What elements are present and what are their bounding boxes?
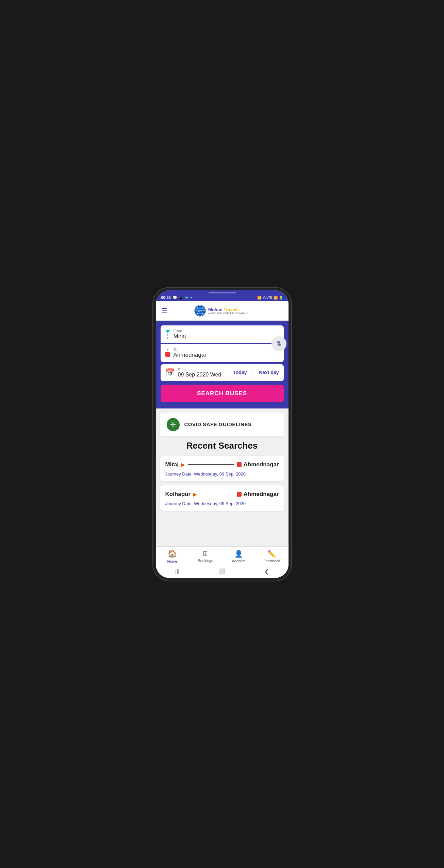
- recent-search-card-2[interactable]: Kolhapur ▶ Ahmednagar Journey Date: Wedn…: [160, 485, 284, 511]
- home-btn[interactable]: ⬜: [218, 568, 225, 575]
- logo-subtitle: AN ISO 9001 CERTIFIED COMPANY: [208, 312, 248, 315]
- recent-searches-title: Recent Searches: [156, 440, 289, 451]
- from-label: From: [174, 329, 186, 333]
- to-field[interactable]: To Ahmednagar: [161, 344, 284, 362]
- to-value: Ahmednagar: [174, 352, 207, 358]
- whatsapp-icon: 📱: [179, 296, 183, 300]
- route-line-2: [200, 494, 234, 495]
- nav-home[interactable]: 🏠 Home: [156, 549, 189, 563]
- feedback-icon: ✏️: [267, 550, 276, 558]
- dot-icon-2: [167, 337, 168, 339]
- twitter-icon: 🐦: [185, 296, 189, 300]
- shield-icon: ✛: [167, 418, 180, 431]
- route-from-1: Miraj: [165, 461, 179, 468]
- date-card[interactable]: 📅 Date 09 Sep 2020 Wed Today | Next day: [161, 364, 284, 381]
- dest-red-square-1: [237, 462, 242, 467]
- msg-icon: 💬: [172, 295, 177, 300]
- to-label: To: [174, 348, 207, 352]
- search-buses-button[interactable]: SEARCH BUSES: [161, 385, 284, 402]
- journey-date-2: Journey Date: Wednesday, 09 Sep, 2020: [165, 501, 279, 506]
- battery-icon: 🔋: [279, 296, 283, 300]
- time-display: 00:25: [161, 295, 171, 300]
- home-icon: 🏠: [168, 549, 177, 558]
- to-dot-1: [167, 349, 168, 351]
- notch: [156, 290, 289, 293]
- search-section: From Miraj To Ahmednagar: [156, 321, 289, 408]
- main-content: ✛ COVID SAFE GUIDELINES Recent Searches …: [156, 408, 289, 546]
- from-to-card: From Miraj To Ahmednagar: [161, 325, 284, 362]
- from-field[interactable]: From Miraj: [161, 325, 284, 344]
- logo-area: GT Mohan Travels AN ISO 9001 CERTIFIED C…: [194, 305, 248, 317]
- route-dest-area-2: Ahmednagar: [237, 491, 279, 498]
- app-header: ☰ GT Mohan Travels AN ISO 9001 CERTIFIED…: [156, 301, 289, 321]
- date-label: Date: [178, 368, 221, 372]
- nav-bookings[interactable]: 🗓 Bookings: [189, 550, 222, 563]
- nav-account[interactable]: 👤 Account: [222, 550, 256, 563]
- recent-search-card-1[interactable]: Miraj ▶ Ahmednagar Journey Date: Wednesd…: [160, 456, 284, 481]
- menu-icon[interactable]: ☰: [161, 307, 167, 315]
- dot-icon-1: [167, 334, 168, 336]
- from-triangle-icon: [165, 330, 170, 333]
- svg-text:GT: GT: [198, 309, 202, 312]
- route-arrow-2: ▶: [193, 492, 197, 497]
- status-bar: 00:25 💬 📱 🐦 • 📶 VoLTE 📶 🔋: [156, 293, 289, 301]
- swap-button[interactable]: ⇅: [272, 336, 286, 351]
- feedback-label: Feedback: [264, 559, 280, 563]
- route-arrow-1: ▶: [181, 462, 185, 467]
- covid-banner[interactable]: ✛ COVID SAFE GUIDELINES: [160, 413, 284, 436]
- covid-text: COVID SAFE GUIDELINES: [184, 421, 252, 427]
- from-value: Miraj: [174, 333, 186, 340]
- signal-bars: 📶: [274, 296, 278, 300]
- dest-red-square-2: [237, 492, 242, 497]
- android-nav-bar: ||| ⬜ ❮: [156, 565, 289, 578]
- journey-date-1: Journey Date: Wednesday, 09 Sep, 2020: [165, 471, 279, 477]
- route-dest-2: Ahmednagar: [244, 491, 279, 498]
- bookings-label: Bookings: [198, 559, 213, 563]
- phone-frame: 00:25 💬 📱 🐦 • 📶 VoLTE 📶 🔋 ☰ GT: [156, 290, 289, 578]
- shield-plus: ✛: [170, 420, 176, 429]
- wifi-icon: 📶: [257, 296, 261, 300]
- dot-indicator: •: [191, 295, 192, 300]
- account-label: Account: [232, 559, 245, 563]
- nav-feedback[interactable]: ✏️ Feedback: [255, 550, 289, 563]
- swap-icon: ⇅: [276, 340, 281, 348]
- globe-logo: GT: [194, 305, 206, 317]
- logo-text: Mohan Travels AN ISO 9001 CERTIFIED COMP…: [208, 307, 248, 315]
- route-line-1: [188, 464, 234, 465]
- bottom-nav: 🏠 Home 🗓 Bookings 👤 Account ✏️ Feedback: [156, 546, 289, 565]
- back-btn[interactable]: ❮: [264, 568, 269, 575]
- network-lte: VoLTE: [263, 296, 272, 299]
- bookings-icon: 🗓: [202, 550, 209, 558]
- route-from-2: Kolhapur: [165, 491, 191, 498]
- calendar-icon: 📅: [165, 368, 175, 377]
- recent-apps-btn[interactable]: |||: [175, 568, 179, 574]
- home-label: Home: [167, 559, 177, 563]
- route-dest-area-1: Ahmednagar: [237, 461, 279, 468]
- today-button[interactable]: Today: [233, 369, 247, 376]
- logo-mohan: Mohan: [208, 307, 223, 312]
- route-dest-1: Ahmednagar: [244, 461, 279, 468]
- to-red-square: [165, 352, 170, 357]
- logo-travels: Travels: [224, 307, 239, 312]
- account-icon: 👤: [234, 550, 243, 558]
- date-value: 09 Sep 2020 Wed: [178, 372, 221, 378]
- next-day-button[interactable]: Next day: [259, 369, 279, 376]
